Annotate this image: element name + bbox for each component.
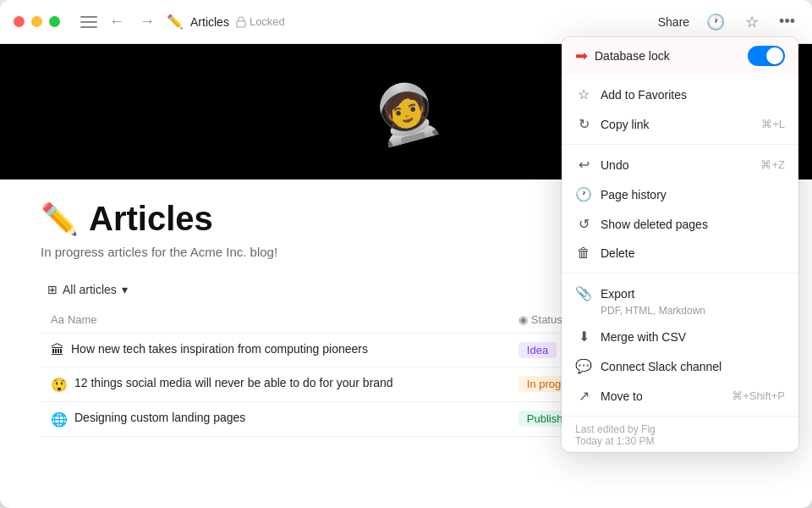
app-window: ← → ✏️ Articles Locked Share 🕐 ☆ ••• (0, 0, 812, 508)
export-sub: PDF, HTML, Markdown (587, 305, 798, 322)
dropdown-overlay[interactable]: ➡ Database lock ☆ Add to Favorites ↻ Cop… (0, 0, 812, 508)
menu-item-delete-label: Delete (601, 246, 785, 260)
copy-link-shortcut: ⌘+L (761, 118, 785, 130)
db-lock-row: ➡ Database lock (562, 37, 798, 75)
menu-item-merge-label: Merge with CSV (601, 330, 785, 344)
undo-shortcut: ⌘+Z (760, 158, 785, 171)
menu-section-2: ↩ Undo ⌘+Z 🕐 Page history ↺ Show deleted… (562, 145, 798, 273)
menu-item-favorites-label: Add to Favorites (601, 88, 785, 102)
menu-section-1: ☆ Add to Favorites ↻ Copy link ⌘+L (562, 75, 798, 145)
restore-icon: ↺ (575, 216, 592, 232)
menu-item-undo-label: Undo (601, 158, 752, 172)
menu-item-merge-csv[interactable]: ⬇ Merge with CSV (562, 322, 798, 351)
menu-item-move-label: Move to (601, 389, 723, 403)
footer-time: Today at 1:30 PM (575, 435, 785, 447)
menu-item-export[interactable]: 📎 Export (562, 279, 798, 308)
menu-item-deleted-label: Show deleted pages (601, 218, 785, 231)
download-icon: ⬇ (575, 329, 592, 345)
export-icon: 📎 (575, 285, 592, 301)
menu-item-show-deleted[interactable]: ↺ Show deleted pages (562, 209, 798, 239)
history-icon: 🕐 (575, 186, 592, 202)
star-icon: ☆ (575, 86, 592, 102)
trash-icon: 🗑 (575, 246, 592, 261)
db-lock-toggle[interactable] (748, 46, 785, 66)
menu-item-copy-link[interactable]: ↻ Copy link ⌘+L (562, 109, 798, 139)
link-icon: ↻ (575, 116, 592, 132)
menu-item-move-to[interactable]: ↗ Move to ⌘+Shift+P (562, 381, 798, 411)
dropdown-menu: ➡ Database lock ☆ Add to Favorites ↻ Cop… (562, 37, 798, 452)
menu-item-slack[interactable]: 💬 Connect Slack channel (562, 351, 798, 381)
menu-item-export-label: Export (601, 287, 785, 301)
menu-item-add-favorites[interactable]: ☆ Add to Favorites (562, 80, 798, 109)
menu-item-page-history[interactable]: 🕐 Page history (562, 179, 798, 209)
slack-icon: 💬 (575, 358, 592, 374)
menu-section-3: 📎 Export PDF, HTML, Markdown ⬇ Merge wit… (562, 273, 798, 417)
move-icon: ↗ (575, 388, 592, 404)
menu-item-delete[interactable]: 🗑 Delete (562, 239, 798, 268)
menu-item-copy-link-label: Copy link (601, 118, 753, 131)
menu-item-undo[interactable]: ↩ Undo ⌘+Z (562, 150, 798, 179)
menu-footer: Last edited by Fig Today at 1:30 PM (562, 417, 798, 452)
db-lock-label: Database lock (595, 49, 748, 63)
move-shortcut: ⌘+Shift+P (732, 389, 785, 402)
menu-item-history-label: Page history (601, 188, 785, 202)
arrow-icon: ➡ (575, 47, 588, 65)
footer-edited-by: Last edited by Fig (575, 423, 785, 435)
menu-item-slack-label: Connect Slack channel (601, 360, 785, 373)
undo-icon: ↩ (575, 157, 592, 173)
